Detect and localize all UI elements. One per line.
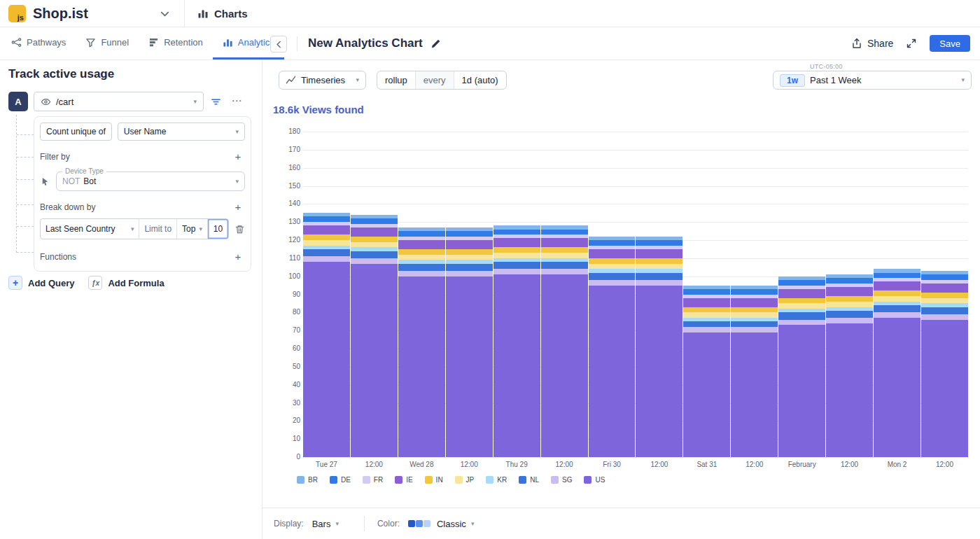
limit-value-input[interactable]: 10	[207, 219, 228, 239]
bar-segment-us[interactable]	[351, 264, 398, 457]
bar-segment-de[interactable]	[683, 289, 730, 295]
bar-segment-de[interactable]	[778, 280, 825, 286]
bar-segment-nl[interactable]	[636, 273, 682, 280]
bar-segment-jp[interactable]	[398, 255, 445, 260]
bar-segment-us[interactable]	[778, 325, 825, 457]
charts-nav[interactable]: Charts	[197, 0, 248, 27]
expand-button[interactable]	[906, 38, 917, 49]
aggregation-property-select[interactable]: User Name ▾	[118, 122, 245, 141]
bar-segment-in[interactable]	[589, 258, 636, 264]
event-select[interactable]: /cart ▾	[34, 92, 204, 111]
interval-select[interactable]: 1d (auto)	[454, 71, 506, 89]
stacked-bar[interactable]	[731, 132, 778, 457]
legend-item-kr[interactable]: KR	[486, 476, 507, 484]
bar-segment-us[interactable]	[589, 286, 636, 457]
stacked-bar[interactable]	[874, 132, 920, 457]
breakdown-property-select[interactable]: Last Seen Country ▾	[41, 219, 139, 239]
display-select[interactable]: Bars ▾	[312, 519, 339, 529]
bar-segment-de[interactable]	[398, 231, 445, 237]
bar-segment-de[interactable]	[446, 231, 493, 237]
back-button[interactable]	[270, 36, 287, 52]
legend-item-fr[interactable]: FR	[363, 476, 383, 484]
stacked-bar[interactable]	[826, 132, 873, 457]
bar-segment-nl[interactable]	[826, 311, 873, 318]
bar-segment-de[interactable]	[303, 216, 350, 222]
bar-segment-nl[interactable]	[351, 251, 398, 258]
bar-segment-jp[interactable]	[446, 255, 493, 260]
add-formula-button[interactable]: ƒx Add Formula	[88, 276, 164, 290]
bar-segment-sg[interactable]	[731, 327, 778, 332]
bar-segment-ie[interactable]	[589, 249, 636, 258]
bar-segment-de[interactable]	[351, 218, 398, 224]
device-type-filter-select[interactable]: Device Type NOT Bot ▾	[56, 172, 245, 191]
stacked-bar[interactable]	[493, 132, 540, 457]
stacked-bar[interactable]	[778, 132, 825, 457]
bar-segment-in[interactable]	[351, 237, 398, 242]
bar-segment-in[interactable]	[398, 249, 445, 255]
bar-segment-ie[interactable]	[351, 227, 398, 237]
bar-segment-de[interactable]	[636, 240, 682, 246]
bar-segment-us[interactable]	[731, 332, 778, 457]
bar-segment-nl[interactable]	[446, 264, 493, 271]
bar-segment-jp[interactable]	[731, 312, 778, 318]
chart-type-select[interactable]: Timeseries ▾	[279, 71, 366, 90]
bar-segment-us[interactable]	[303, 262, 350, 457]
add-breakdown-button[interactable]: +	[232, 201, 244, 213]
bar-segment-sg[interactable]	[446, 271, 493, 276]
bar-segment-sg[interactable]	[351, 258, 398, 264]
bar-segment-ie[interactable]	[683, 298, 730, 307]
bar-segment-ie[interactable]	[921, 284, 968, 293]
bar-segment-sg[interactable]	[589, 280, 636, 286]
legend-item-br[interactable]: BR	[297, 476, 318, 484]
add-filter-button[interactable]: +	[232, 150, 244, 162]
add-query-button[interactable]: + Add Query	[8, 276, 74, 290]
stacked-bar[interactable]	[446, 132, 493, 457]
bar-segment-nl[interactable]	[874, 305, 920, 312]
bar-segment-sg[interactable]	[874, 312, 920, 318]
legend-item-nl[interactable]: NL	[519, 476, 539, 484]
bar-segment-ie[interactable]	[636, 249, 682, 258]
bar-segment-ie[interactable]	[541, 238, 588, 247]
bar-segment-sg[interactable]	[778, 320, 825, 326]
bar-segment-nl[interactable]	[589, 273, 636, 280]
bar-segment-us[interactable]	[636, 286, 682, 457]
bar-segment-jp[interactable]	[683, 312, 730, 318]
bar-segment-nl[interactable]	[303, 249, 350, 256]
bar-segment-nl[interactable]	[731, 321, 778, 327]
bar-segment-in[interactable]	[636, 258, 682, 264]
bar-segment-de[interactable]	[874, 273, 920, 279]
stacked-bar[interactable]	[921, 132, 968, 457]
tab-pathways[interactable]: Pathways	[1, 27, 76, 59]
legend-item-in[interactable]: IN	[425, 476, 443, 484]
legend-item-jp[interactable]: JP	[455, 476, 475, 484]
bar-segment-ie[interactable]	[398, 240, 445, 249]
bar-segment-nl[interactable]	[921, 307, 968, 314]
bar-segment-ie[interactable]	[731, 298, 778, 307]
aggregation-select[interactable]: Count unique of	[40, 122, 112, 141]
add-function-button[interactable]: +	[232, 251, 244, 262]
stacked-bar[interactable]	[351, 132, 398, 457]
tab-retention[interactable]: Retention	[139, 27, 213, 59]
bar-segment-in[interactable]	[874, 290, 920, 296]
bar-segment-ie[interactable]	[778, 289, 825, 298]
bar-segment-sg[interactable]	[541, 269, 588, 274]
bar-segment-sg[interactable]	[493, 269, 540, 274]
delete-breakdown-button[interactable]	[234, 224, 245, 234]
bar-segment-de[interactable]	[493, 230, 540, 235]
bar-segment-in[interactable]	[683, 307, 730, 313]
bar-segment-in[interactable]	[921, 293, 968, 298]
bar-segment-de[interactable]	[826, 278, 873, 284]
bar-segment-de[interactable]	[589, 240, 636, 246]
bar-segment-jp[interactable]	[921, 298, 968, 304]
bar-segment-ie[interactable]	[826, 287, 873, 296]
bar-segment-de[interactable]	[541, 230, 588, 235]
stacked-bar[interactable]	[589, 132, 636, 457]
bar-segment-in[interactable]	[493, 247, 540, 253]
tab-funnel[interactable]: Funnel	[76, 27, 139, 59]
bar-segment-us[interactable]	[446, 276, 493, 457]
bar-segment-in[interactable]	[541, 247, 588, 253]
bar-segment-in[interactable]	[778, 298, 825, 304]
edit-title-button[interactable]	[430, 38, 441, 49]
save-button[interactable]: Save	[930, 35, 970, 52]
bar-segment-us[interactable]	[683, 332, 730, 457]
